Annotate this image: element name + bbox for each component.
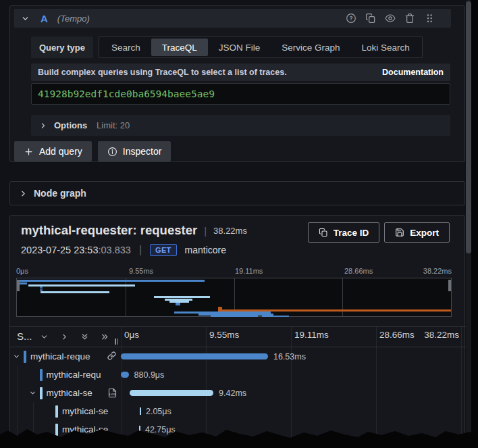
trace-id-button[interactable]: Trace ID	[308, 222, 380, 243]
scrollbar-track[interactable]	[466, 0, 471, 448]
query-ref-id[interactable]: A	[41, 13, 48, 24]
span-duration-bar[interactable]	[121, 372, 129, 378]
row-expand-chevron-icon[interactable]	[13, 353, 20, 360]
add-query-button[interactable]: Add query	[14, 141, 92, 161]
query-type-label: Query type	[31, 36, 93, 58]
trace-actions: Trace ID Export	[308, 222, 450, 243]
minimap-right-handle[interactable]	[448, 280, 451, 291]
help-icon[interactable]: ?	[346, 13, 356, 24]
minimap-span	[40, 287, 42, 289]
tab-search[interactable]: Search	[101, 39, 151, 56]
minimap-left-handle[interactable]	[17, 280, 20, 291]
options-toggle-row[interactable]: Options Limit: 20	[31, 115, 450, 136]
traceql-query-value: 41928b92edf1cde0ba6594baee5ae9	[38, 89, 215, 99]
http-method-badge: GET	[150, 244, 177, 256]
trace-timestamp: 2023-07-25 23:53	[21, 245, 99, 255]
span-duration-label: 2.05μs	[146, 407, 171, 416]
table-tick-label: 38.22ms	[424, 330, 459, 340]
inspector-button[interactable]: Inspector	[98, 141, 171, 161]
node-graph-label: Node graph	[34, 188, 86, 199]
save-icon	[395, 228, 404, 237]
trace-title-row: mythical-requester: requester | 38.22ms	[21, 223, 247, 238]
minimap-span	[17, 280, 205, 282]
table-tick-label: 19.11ms	[294, 330, 329, 340]
query-type-row: Query type SearchTraceQLJSON FileService…	[31, 36, 450, 58]
link-icon[interactable]	[107, 351, 116, 360]
trace-title: mythical-requester: requester	[21, 223, 197, 238]
minimap-span	[176, 303, 180, 305]
query-row-header: A (Tempo) ?	[14, 9, 451, 28]
minimap-span	[262, 316, 289, 318]
indent-guide	[33, 402, 34, 420]
minimap-tick-label: 28.66ms	[344, 267, 373, 275]
copy-icon[interactable]	[365, 13, 376, 24]
query-row-body: Query type SearchTraceQLJSON FileService…	[31, 33, 450, 136]
trash-icon[interactable]	[404, 13, 415, 24]
trace-resource: manticore	[185, 245, 226, 255]
span-duration-label: 16.53ms	[273, 352, 306, 362]
trace-duration: 38.22ms	[213, 226, 247, 236]
documentation-link[interactable]: Documentation	[382, 68, 444, 77]
datasource-name[interactable]: (Tempo)	[57, 14, 90, 24]
query-editor-section: A (Tempo) ? Query type SearchTraceQLJSON…	[9, 5, 465, 162]
export-button[interactable]: Export	[384, 222, 450, 243]
table-tick-label: 28.66ms	[379, 330, 415, 340]
span-duration-bar[interactable]	[130, 390, 213, 396]
span-duration-label: 880.9μs	[134, 370, 165, 380]
grip-icon[interactable]	[424, 13, 435, 24]
span-row[interactable]: mythical-reque16.53ms	[10, 347, 466, 366]
minimap-tick-label: 19.11ms	[235, 267, 263, 275]
chevron-right-icon	[39, 122, 47, 130]
chevron-right-icon	[19, 189, 28, 198]
collapse-chevron-icon[interactable]	[21, 14, 30, 23]
trace-timestamp-fraction: :03.833	[99, 245, 131, 255]
inspector-label: Inspector	[123, 146, 162, 157]
span-color-indicator	[24, 351, 26, 363]
span-row[interactable]: mythical-requ880.9μs	[10, 366, 466, 384]
span-table: S... 0μs9.55ms19.11ms28.66ms38.22ms myth…	[10, 326, 466, 448]
minimap-tick-label: 0μs	[16, 267, 28, 275]
node-graph-collapsible[interactable]: Node graph	[9, 181, 465, 205]
separator: |	[139, 244, 142, 256]
span-color-indicator	[40, 387, 43, 399]
minimap-tick-label: 38.22ms	[423, 267, 452, 275]
minimap-span	[211, 316, 258, 318]
table-tick-label: 9.55ms	[209, 330, 239, 340]
span-color-indicator	[55, 405, 58, 418]
query-type-tabs: SearchTraceQLJSON FileService GraphLoki …	[99, 36, 423, 58]
query-row-actions: ?	[346, 13, 444, 24]
span-duration-bar[interactable]	[121, 353, 268, 359]
info-icon	[107, 147, 117, 157]
span-row[interactable]: mythical-se2.05μs	[10, 402, 466, 420]
span-duration-label: 42.75μs	[145, 425, 176, 434]
eye-icon[interactable]	[385, 13, 396, 24]
indent-guide	[17, 402, 18, 420]
traceql-query-input[interactable]: 41928b92edf1cde0ba6594baee5ae9	[31, 83, 450, 105]
separator: |	[204, 225, 207, 237]
minimap-tick-label: 9.55ms	[129, 267, 153, 275]
row-expand-chevron-icon[interactable]	[29, 389, 36, 397]
tab-json-file[interactable]: JSON File	[208, 39, 271, 56]
scrollbar-thumb[interactable]	[466, 1, 471, 253]
table-tick-label: 0μs	[124, 330, 139, 340]
query-actions: Add query Inspector	[14, 141, 171, 161]
span-color-indicator	[55, 424, 58, 436]
trace-view-panel: mythical-requester: requester | 38.22ms …	[9, 215, 465, 448]
explore-canvas: A (Tempo) ? Query type SearchTraceQLJSON…	[0, 0, 478, 448]
span-name: mythical-reque	[30, 351, 106, 362]
plus-icon	[24, 147, 34, 157]
log-icon[interactable]: LOG	[107, 388, 117, 398]
options-label: Options	[54, 120, 87, 130]
tab-service-graph[interactable]: Service Graph	[271, 39, 350, 56]
tab-traceql[interactable]: TraceQL	[151, 39, 208, 56]
span-row[interactable]: mythical-seLOG9.42ms	[10, 384, 466, 402]
options-summary: Limit: 20	[97, 120, 130, 130]
span-duration-tick[interactable]	[140, 407, 141, 415]
minimap-span	[154, 296, 211, 298]
tab-loki-search[interactable]: Loki Search	[351, 39, 421, 56]
trace-id-label: Trace ID	[334, 228, 369, 238]
span-table-header: S... 0μs9.55ms19.11ms28.66ms38.22ms	[10, 326, 466, 347]
trace-minimap[interactable]	[16, 278, 452, 317]
svg-text:LOG: LOG	[109, 393, 116, 396]
copy-icon	[319, 228, 328, 237]
